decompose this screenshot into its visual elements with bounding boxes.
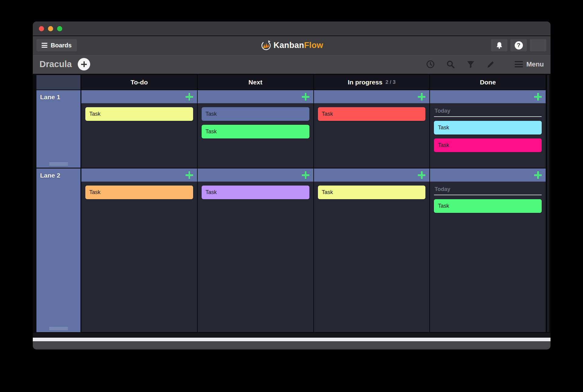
add-task-icon: [186, 171, 193, 179]
task-card[interactable]: Task: [318, 186, 426, 199]
help-button[interactable]: ?: [510, 39, 527, 51]
add-task-icon: [534, 171, 542, 179]
group-header-today: Today: [434, 107, 542, 117]
board-cell-lane2-done: TodayTask: [430, 169, 546, 332]
task-card[interactable]: Task: [434, 138, 542, 152]
card-list: Task: [81, 182, 197, 203]
wip-limit: 2 / 3: [386, 79, 396, 85]
board-cell-lane1-next: TaskTask: [198, 90, 314, 169]
task-card[interactable]: Task: [434, 121, 542, 135]
notifications-button[interactable]: [491, 39, 507, 51]
add-task-button[interactable]: [78, 58, 90, 70]
board-cell-lane2-next: Task: [198, 169, 314, 332]
task-card[interactable]: Task: [202, 186, 309, 199]
lane-drag-handle[interactable]: [49, 326, 68, 331]
card-list: TaskTask: [198, 103, 313, 142]
edit-button[interactable]: [486, 59, 496, 70]
navbar-actions: ?: [491, 39, 546, 51]
menu-hamburger-icon: [515, 60, 523, 69]
card-list: Task: [314, 182, 430, 203]
search-button[interactable]: [445, 59, 456, 70]
group-label: Today: [434, 108, 542, 114]
vertical-scrollbar[interactable]: [546, 75, 551, 332]
minimize-button[interactable]: [48, 26, 53, 31]
column-header-next: Next: [198, 75, 314, 90]
menu-button[interactable]: Menu: [515, 60, 544, 69]
board-bottom-gap: [33, 333, 551, 338]
task-card[interactable]: Task: [318, 107, 426, 121]
add-task-icon: [302, 171, 309, 179]
board-cell-lane1-in-progress: Task: [314, 90, 430, 169]
window-titlebar: [33, 22, 551, 36]
column-header-in-progress: In progress 2 / 3: [314, 75, 430, 90]
column-header-done: Done: [430, 75, 546, 90]
group-divider: [434, 116, 542, 117]
lane-header-2[interactable]: Lane 2: [36, 169, 81, 332]
window-footer: [33, 341, 551, 349]
boards-button-label: Boards: [51, 42, 72, 49]
group-header-today: Today: [434, 186, 542, 195]
task-card[interactable]: Task: [202, 107, 309, 121]
card-list: Task: [81, 103, 197, 125]
kanban-board: To-do Next In progress 2 / 3 Done Lane 1: [36, 75, 551, 333]
filter-button[interactable]: [465, 59, 476, 70]
task-card[interactable]: Task: [85, 107, 193, 121]
card-list: TodayTask: [430, 182, 546, 217]
board-cell-lane2-todo: Task: [81, 169, 198, 332]
add-task-bar[interactable]: [314, 90, 430, 103]
add-task-icon: [534, 93, 542, 101]
horizontal-scrollbar[interactable]: [33, 338, 551, 341]
card-list: Task: [314, 103, 430, 125]
add-task-icon: [186, 93, 193, 101]
group-label: Today: [434, 186, 542, 193]
card-list: Task: [198, 182, 313, 203]
board-cell-lane1-todo: Task: [81, 90, 198, 169]
add-task-bar[interactable]: [198, 169, 313, 182]
card-list: TodayTaskTask: [430, 103, 546, 156]
lane-drag-handle[interactable]: [49, 162, 68, 166]
clock-icon: [426, 60, 435, 69]
add-task-bar[interactable]: [430, 90, 546, 103]
add-task-bar[interactable]: [81, 169, 197, 182]
search-icon: [446, 60, 455, 69]
question-icon: ?: [515, 41, 523, 49]
hamburger-icon: [42, 42, 47, 49]
board-cell-lane1-done: TodayTaskTask: [430, 90, 546, 169]
add-task-icon: [302, 93, 309, 101]
column-header-todo: To-do: [81, 75, 198, 90]
add-task-bar[interactable]: [198, 90, 313, 103]
zoom-button[interactable]: [57, 26, 62, 31]
lane-header-1[interactable]: Lane 1: [36, 90, 81, 169]
toolbar-actions: Menu: [425, 55, 544, 74]
add-task-bar[interactable]: [430, 169, 546, 182]
logo-text-flow: Flow: [304, 41, 323, 50]
task-card[interactable]: Task: [434, 199, 542, 213]
task-card[interactable]: Task: [85, 186, 193, 199]
boards-button[interactable]: Boards: [36, 39, 77, 51]
board-title: Dracula: [39, 59, 72, 69]
board-toolbar: Dracula: [33, 54, 551, 74]
board-cell-lane2-in-progress: Task: [314, 169, 430, 332]
app-window: Boards KanbanFlow ?: [33, 22, 551, 349]
filter-icon: [466, 60, 475, 69]
logo-text-kanban: Kanban: [274, 41, 304, 50]
pencil-icon: [486, 60, 495, 69]
bell-icon: [495, 41, 503, 49]
board-corner-cell: [36, 75, 81, 90]
kanbanflow-logo: KanbanFlow: [260, 39, 323, 51]
time-tracking-button[interactable]: [425, 59, 436, 70]
menu-button-label: Menu: [527, 60, 544, 68]
board-region: To-do Next In progress 2 / 3 Done Lane 1: [33, 74, 551, 349]
add-task-icon: [418, 93, 425, 101]
group-divider: [434, 195, 542, 195]
close-button[interactable]: [39, 26, 44, 31]
account-button[interactable]: [530, 39, 546, 51]
add-task-bar[interactable]: [81, 90, 197, 103]
top-navbar: Boards KanbanFlow ?: [33, 36, 551, 54]
kanbanflow-logo-icon: [260, 39, 272, 51]
add-task-bar[interactable]: [314, 169, 430, 182]
task-card[interactable]: Task: [202, 125, 309, 138]
add-task-icon: [418, 171, 425, 179]
